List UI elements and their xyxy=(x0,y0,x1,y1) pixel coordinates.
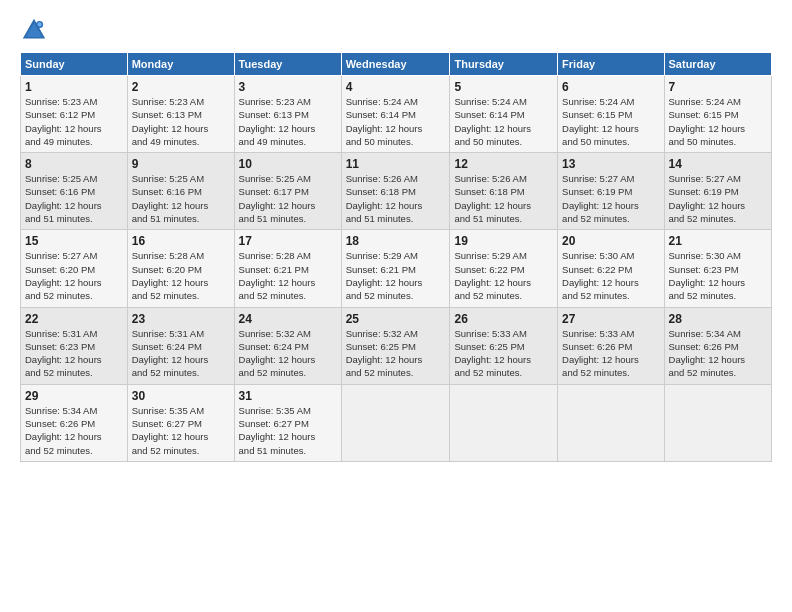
day-number: 26 xyxy=(454,312,553,326)
day-number: 8 xyxy=(25,157,123,171)
calendar-day-cell: 16Sunrise: 5:28 AMSunset: 6:20 PMDayligh… xyxy=(127,230,234,307)
calendar-day-cell: 4Sunrise: 5:24 AMSunset: 6:14 PMDaylight… xyxy=(341,76,450,153)
calendar-day-cell xyxy=(558,384,664,461)
calendar-day-cell: 2Sunrise: 5:23 AMSunset: 6:13 PMDaylight… xyxy=(127,76,234,153)
calendar-day-cell: 20Sunrise: 5:30 AMSunset: 6:22 PMDayligh… xyxy=(558,230,664,307)
calendar-day-cell: 26Sunrise: 5:33 AMSunset: 6:25 PMDayligh… xyxy=(450,307,558,384)
day-info: Sunrise: 5:34 AMSunset: 6:26 PMDaylight:… xyxy=(25,404,123,457)
logo-icon xyxy=(20,16,48,44)
day-number: 12 xyxy=(454,157,553,171)
page: SundayMondayTuesdayWednesdayThursdayFrid… xyxy=(0,0,792,612)
day-info: Sunrise: 5:30 AMSunset: 6:22 PMDaylight:… xyxy=(562,249,659,302)
calendar-day-cell: 29Sunrise: 5:34 AMSunset: 6:26 PMDayligh… xyxy=(21,384,128,461)
calendar-day-cell: 31Sunrise: 5:35 AMSunset: 6:27 PMDayligh… xyxy=(234,384,341,461)
day-info: Sunrise: 5:33 AMSunset: 6:25 PMDaylight:… xyxy=(454,327,553,380)
day-number: 11 xyxy=(346,157,446,171)
day-number: 1 xyxy=(25,80,123,94)
calendar-day-header: Monday xyxy=(127,53,234,76)
day-info: Sunrise: 5:25 AMSunset: 6:17 PMDaylight:… xyxy=(239,172,337,225)
day-number: 20 xyxy=(562,234,659,248)
day-number: 24 xyxy=(239,312,337,326)
calendar-week-row: 15Sunrise: 5:27 AMSunset: 6:20 PMDayligh… xyxy=(21,230,772,307)
calendar-header-row: SundayMondayTuesdayWednesdayThursdayFrid… xyxy=(21,53,772,76)
svg-point-3 xyxy=(38,22,42,26)
day-number: 22 xyxy=(25,312,123,326)
header xyxy=(20,16,772,44)
day-info: Sunrise: 5:35 AMSunset: 6:27 PMDaylight:… xyxy=(132,404,230,457)
day-number: 19 xyxy=(454,234,553,248)
day-info: Sunrise: 5:24 AMSunset: 6:14 PMDaylight:… xyxy=(346,95,446,148)
calendar-day-cell xyxy=(664,384,771,461)
calendar-day-header: Friday xyxy=(558,53,664,76)
day-number: 16 xyxy=(132,234,230,248)
day-info: Sunrise: 5:31 AMSunset: 6:24 PMDaylight:… xyxy=(132,327,230,380)
day-info: Sunrise: 5:23 AMSunset: 6:13 PMDaylight:… xyxy=(132,95,230,148)
day-info: Sunrise: 5:32 AMSunset: 6:25 PMDaylight:… xyxy=(346,327,446,380)
calendar-day-cell: 24Sunrise: 5:32 AMSunset: 6:24 PMDayligh… xyxy=(234,307,341,384)
calendar-table: SundayMondayTuesdayWednesdayThursdayFrid… xyxy=(20,52,772,462)
day-number: 10 xyxy=(239,157,337,171)
logo xyxy=(20,16,52,44)
day-info: Sunrise: 5:27 AMSunset: 6:19 PMDaylight:… xyxy=(669,172,767,225)
calendar-day-cell: 8Sunrise: 5:25 AMSunset: 6:16 PMDaylight… xyxy=(21,153,128,230)
day-number: 4 xyxy=(346,80,446,94)
day-number: 30 xyxy=(132,389,230,403)
day-number: 25 xyxy=(346,312,446,326)
calendar-day-cell: 17Sunrise: 5:28 AMSunset: 6:21 PMDayligh… xyxy=(234,230,341,307)
day-number: 15 xyxy=(25,234,123,248)
calendar-day-cell: 7Sunrise: 5:24 AMSunset: 6:15 PMDaylight… xyxy=(664,76,771,153)
calendar-day-cell: 3Sunrise: 5:23 AMSunset: 6:13 PMDaylight… xyxy=(234,76,341,153)
day-number: 23 xyxy=(132,312,230,326)
calendar-day-cell xyxy=(341,384,450,461)
day-info: Sunrise: 5:24 AMSunset: 6:15 PMDaylight:… xyxy=(669,95,767,148)
calendar-day-cell: 1Sunrise: 5:23 AMSunset: 6:12 PMDaylight… xyxy=(21,76,128,153)
day-info: Sunrise: 5:25 AMSunset: 6:16 PMDaylight:… xyxy=(132,172,230,225)
day-info: Sunrise: 5:23 AMSunset: 6:12 PMDaylight:… xyxy=(25,95,123,148)
calendar-day-cell xyxy=(450,384,558,461)
day-number: 31 xyxy=(239,389,337,403)
day-info: Sunrise: 5:26 AMSunset: 6:18 PMDaylight:… xyxy=(346,172,446,225)
day-info: Sunrise: 5:34 AMSunset: 6:26 PMDaylight:… xyxy=(669,327,767,380)
day-number: 5 xyxy=(454,80,553,94)
calendar-day-cell: 18Sunrise: 5:29 AMSunset: 6:21 PMDayligh… xyxy=(341,230,450,307)
calendar-day-cell: 25Sunrise: 5:32 AMSunset: 6:25 PMDayligh… xyxy=(341,307,450,384)
day-number: 29 xyxy=(25,389,123,403)
calendar-week-row: 1Sunrise: 5:23 AMSunset: 6:12 PMDaylight… xyxy=(21,76,772,153)
calendar-week-row: 29Sunrise: 5:34 AMSunset: 6:26 PMDayligh… xyxy=(21,384,772,461)
day-number: 14 xyxy=(669,157,767,171)
day-info: Sunrise: 5:27 AMSunset: 6:19 PMDaylight:… xyxy=(562,172,659,225)
calendar-day-cell: 27Sunrise: 5:33 AMSunset: 6:26 PMDayligh… xyxy=(558,307,664,384)
day-number: 17 xyxy=(239,234,337,248)
calendar-day-cell: 19Sunrise: 5:29 AMSunset: 6:22 PMDayligh… xyxy=(450,230,558,307)
day-info: Sunrise: 5:35 AMSunset: 6:27 PMDaylight:… xyxy=(239,404,337,457)
calendar-day-cell: 30Sunrise: 5:35 AMSunset: 6:27 PMDayligh… xyxy=(127,384,234,461)
calendar-day-header: Saturday xyxy=(664,53,771,76)
day-info: Sunrise: 5:30 AMSunset: 6:23 PMDaylight:… xyxy=(669,249,767,302)
calendar-day-cell: 14Sunrise: 5:27 AMSunset: 6:19 PMDayligh… xyxy=(664,153,771,230)
calendar-day-cell: 22Sunrise: 5:31 AMSunset: 6:23 PMDayligh… xyxy=(21,307,128,384)
day-number: 18 xyxy=(346,234,446,248)
day-number: 2 xyxy=(132,80,230,94)
day-info: Sunrise: 5:24 AMSunset: 6:14 PMDaylight:… xyxy=(454,95,553,148)
calendar-day-cell: 15Sunrise: 5:27 AMSunset: 6:20 PMDayligh… xyxy=(21,230,128,307)
day-info: Sunrise: 5:29 AMSunset: 6:21 PMDaylight:… xyxy=(346,249,446,302)
calendar-week-row: 22Sunrise: 5:31 AMSunset: 6:23 PMDayligh… xyxy=(21,307,772,384)
day-number: 9 xyxy=(132,157,230,171)
calendar-day-cell: 13Sunrise: 5:27 AMSunset: 6:19 PMDayligh… xyxy=(558,153,664,230)
calendar-day-cell: 10Sunrise: 5:25 AMSunset: 6:17 PMDayligh… xyxy=(234,153,341,230)
calendar-day-cell: 21Sunrise: 5:30 AMSunset: 6:23 PMDayligh… xyxy=(664,230,771,307)
day-number: 6 xyxy=(562,80,659,94)
day-info: Sunrise: 5:28 AMSunset: 6:20 PMDaylight:… xyxy=(132,249,230,302)
day-info: Sunrise: 5:27 AMSunset: 6:20 PMDaylight:… xyxy=(25,249,123,302)
day-number: 3 xyxy=(239,80,337,94)
day-number: 21 xyxy=(669,234,767,248)
day-info: Sunrise: 5:26 AMSunset: 6:18 PMDaylight:… xyxy=(454,172,553,225)
day-info: Sunrise: 5:29 AMSunset: 6:22 PMDaylight:… xyxy=(454,249,553,302)
day-info: Sunrise: 5:31 AMSunset: 6:23 PMDaylight:… xyxy=(25,327,123,380)
day-info: Sunrise: 5:23 AMSunset: 6:13 PMDaylight:… xyxy=(239,95,337,148)
calendar-week-row: 8Sunrise: 5:25 AMSunset: 6:16 PMDaylight… xyxy=(21,153,772,230)
day-info: Sunrise: 5:28 AMSunset: 6:21 PMDaylight:… xyxy=(239,249,337,302)
day-number: 13 xyxy=(562,157,659,171)
day-number: 27 xyxy=(562,312,659,326)
calendar-day-cell: 9Sunrise: 5:25 AMSunset: 6:16 PMDaylight… xyxy=(127,153,234,230)
